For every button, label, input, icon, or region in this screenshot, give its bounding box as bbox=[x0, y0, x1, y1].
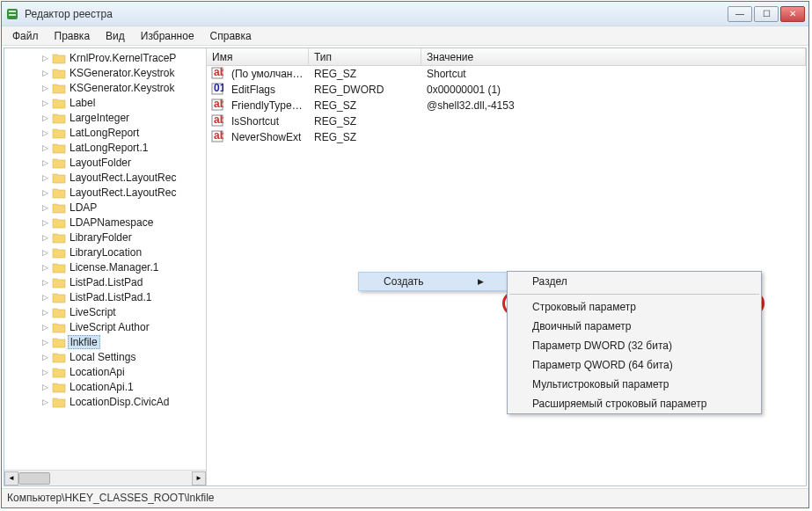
tree-item[interactable]: ▷LocationApi.1 bbox=[4, 379, 206, 394]
submenu-item-qword[interactable]: Параметр QWORD (64 бита) bbox=[508, 355, 761, 375]
expand-icon[interactable]: ▷ bbox=[40, 308, 50, 317]
tree-item-label: LatLongReport.1 bbox=[69, 142, 148, 154]
expand-icon[interactable]: ▷ bbox=[40, 323, 50, 332]
titlebar[interactable]: Редактор реестра — ☐ ✕ bbox=[2, 2, 808, 26]
col-header-name[interactable]: Имя bbox=[207, 48, 309, 65]
tree-item[interactable]: ▷ListPad.ListPad bbox=[4, 274, 206, 289]
tree-item[interactable]: ▷LiveScript Author bbox=[4, 319, 206, 334]
context-menu: Создать ▶ Раздел Строковый параметр Двои… bbox=[358, 272, 508, 291]
tree-item[interactable]: ▷LocationDisp.CivicAd bbox=[4, 394, 206, 409]
tree-item[interactable]: ▷LocationApi bbox=[4, 364, 206, 379]
tree-item[interactable]: ▷LatLongReport bbox=[4, 125, 206, 140]
folder-icon bbox=[52, 336, 66, 348]
tree-item[interactable]: ▷LibraryLocation bbox=[4, 245, 206, 259]
folder-icon bbox=[52, 231, 66, 244]
tree-item[interactable]: ▷LayoutFolder bbox=[4, 155, 206, 170]
tree-item[interactable]: ▷LibraryFolder bbox=[4, 230, 206, 245]
tree-item[interactable]: ▷Local Settings bbox=[4, 349, 206, 364]
tree-item[interactable]: ▷Label bbox=[4, 95, 206, 110]
tree-item[interactable]: ▷LatLongReport.1 bbox=[4, 140, 206, 155]
registry-tree[interactable]: ▷KrnlProv.KernelTraceP▷KSGenerator.Keyst… bbox=[4, 48, 206, 470]
tree-item-label: LibraryFolder bbox=[69, 231, 132, 244]
expand-icon[interactable]: ▷ bbox=[40, 263, 50, 272]
close-button[interactable]: ✕ bbox=[780, 6, 805, 22]
expand-icon[interactable]: ▷ bbox=[40, 54, 50, 62]
tree-item[interactable]: ▷LDAPNamespace bbox=[4, 215, 206, 230]
scroll-track[interactable] bbox=[18, 471, 192, 485]
tree-item[interactable]: ▷KSGenerator.Keystrok bbox=[4, 80, 206, 95]
tree-item-label: ListPad.ListPad.1 bbox=[69, 291, 151, 303]
submenu-item-key[interactable]: Раздел bbox=[508, 272, 761, 291]
value-type: REG_SZ bbox=[309, 131, 421, 143]
tree-item-label: LayoutFolder bbox=[69, 157, 131, 169]
scroll-thumb[interactable] bbox=[18, 472, 50, 485]
submenu-item-multi[interactable]: Мультистроковый параметр bbox=[508, 375, 761, 394]
tree-item[interactable]: ▷LargeInteger bbox=[4, 110, 206, 125]
col-header-data[interactable]: Значение bbox=[421, 48, 806, 65]
expand-icon[interactable]: ▷ bbox=[40, 218, 50, 227]
tree-item[interactable]: ▷ListPad.ListPad.1 bbox=[4, 289, 206, 304]
expand-icon[interactable]: ▷ bbox=[40, 203, 50, 212]
tree-item[interactable]: ▷KrnlProv.KernelTraceP bbox=[4, 50, 206, 65]
expand-icon[interactable]: ▷ bbox=[40, 383, 50, 391]
tree-item-label: LiveScript Author bbox=[69, 321, 150, 333]
value-row[interactable]: abIsShortcutREG_SZ bbox=[207, 113, 806, 129]
tree-item[interactable]: ▷LiveScript bbox=[4, 304, 206, 319]
expand-icon[interactable]: ▷ bbox=[40, 338, 50, 347]
expand-icon[interactable]: ▷ bbox=[40, 188, 50, 197]
expand-icon[interactable]: ▷ bbox=[40, 69, 50, 77]
expand-icon[interactable]: ▷ bbox=[40, 128, 50, 137]
context-label-create: Создать bbox=[384, 275, 424, 288]
tree-item[interactable]: ▷LayoutRect.LayoutRec bbox=[4, 185, 206, 200]
minimize-button[interactable]: — bbox=[728, 6, 752, 22]
expand-icon[interactable]: ▷ bbox=[40, 248, 50, 257]
expand-icon[interactable]: ▷ bbox=[40, 113, 50, 122]
col-header-type[interactable]: Тип bbox=[309, 48, 421, 65]
expand-icon[interactable]: ▷ bbox=[40, 143, 50, 152]
expand-icon[interactable]: ▷ bbox=[40, 173, 50, 182]
maximize-button[interactable]: ☐ bbox=[754, 6, 779, 22]
expand-icon[interactable]: ▷ bbox=[40, 233, 50, 242]
expand-icon[interactable]: ▷ bbox=[40, 293, 50, 302]
value-data: Shortcut bbox=[421, 68, 472, 80]
folder-icon bbox=[52, 351, 66, 363]
submenu-item-expand[interactable]: Расширяемый строковый параметр bbox=[508, 394, 761, 413]
scroll-right-button[interactable]: ► bbox=[192, 471, 206, 485]
value-row[interactable]: abNeverShowExtREG_SZ bbox=[207, 129, 806, 145]
menu-help[interactable]: Справка bbox=[203, 27, 259, 45]
expand-icon[interactable]: ▷ bbox=[40, 368, 50, 376]
tree-item-label: LayoutRect.LayoutRec bbox=[69, 186, 176, 199]
menu-edit[interactable]: Правка bbox=[48, 27, 98, 45]
tree-hscrollbar[interactable]: ◄ ► bbox=[4, 470, 206, 485]
values-list[interactable]: ab(По умолчанию)REG_SZShortcut01EditFlag… bbox=[207, 66, 806, 485]
menu-favorites[interactable]: Избранное bbox=[134, 27, 201, 45]
value-name: NeverShowExt bbox=[226, 131, 309, 143]
menu-view[interactable]: Вид bbox=[99, 27, 132, 45]
expand-icon[interactable]: ▷ bbox=[40, 353, 50, 361]
context-item-create[interactable]: Создать ▶ Раздел Строковый параметр Двои… bbox=[358, 272, 508, 291]
value-row[interactable]: ab(По умолчанию)REG_SZShortcut bbox=[207, 66, 806, 82]
submenu-item-string[interactable]: Строковый параметр bbox=[508, 297, 761, 317]
tree-item-label: KSGenerator.Keystrok bbox=[69, 82, 174, 94]
expand-icon[interactable]: ▷ bbox=[40, 278, 50, 287]
expand-icon[interactable]: ▷ bbox=[40, 99, 50, 107]
tree-item[interactable]: ▷LayoutRect.LayoutRec bbox=[4, 170, 206, 185]
tree-item[interactable]: ▷KSGenerator.Keystrok bbox=[4, 65, 206, 80]
submenu-item-binary[interactable]: Двоичный параметр bbox=[508, 317, 761, 336]
reg-string-icon: ab bbox=[211, 114, 223, 128]
expand-icon[interactable]: ▷ bbox=[40, 84, 50, 92]
submenu-item-dword[interactable]: Параметр DWORD (32 бита) bbox=[508, 336, 761, 355]
value-row[interactable]: 01EditFlagsREG_DWORD0x00000001 (1) bbox=[207, 82, 806, 98]
folder-icon bbox=[52, 381, 66, 393]
tree-item-label: KrnlProv.KernelTraceP bbox=[69, 52, 176, 64]
menubar: Файл Правка Вид Избранное Справка bbox=[2, 26, 808, 46]
tree-item[interactable]: ▷lnkfile bbox=[4, 334, 206, 349]
svg-rect-1 bbox=[9, 11, 16, 12]
tree-item[interactable]: ▷License.Manager.1 bbox=[4, 259, 206, 274]
tree-item[interactable]: ▷LDAP bbox=[4, 200, 206, 215]
scroll-left-button[interactable]: ◄ bbox=[4, 471, 18, 485]
menu-file[interactable]: Файл bbox=[5, 27, 46, 45]
value-row[interactable]: abFriendlyTypeNa...REG_SZ@shell32.dll,-4… bbox=[207, 98, 806, 113]
expand-icon[interactable]: ▷ bbox=[40, 398, 50, 406]
expand-icon[interactable]: ▷ bbox=[40, 158, 50, 167]
